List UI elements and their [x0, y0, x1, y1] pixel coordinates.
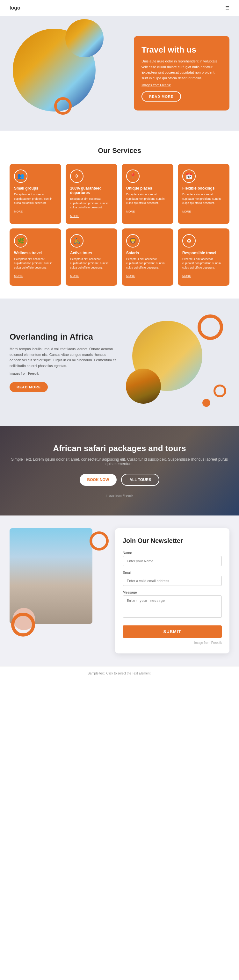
service-body-4: Excepteur sint occaecat cupidatat non pr…: [14, 257, 57, 270]
overlanding-body: Morbi tempus iaculis urna id volutpat la…: [10, 346, 116, 369]
newsletter-section: Join Our Newsletter Name Email Message S…: [0, 515, 239, 666]
email-input[interactable]: [123, 576, 222, 586]
service-link-1[interactable]: MORE: [70, 215, 79, 218]
safari-title: African safari packages and tours: [10, 444, 229, 453]
hero-circle-outline: [54, 97, 72, 115]
service-body-2: Excepteur sint occaecat cupidatat non pr…: [126, 192, 169, 205]
hero-img-credit: Images from Freepik: [142, 83, 222, 87]
overlanding-img-credit: Images from Freepik: [10, 371, 116, 376]
service-icon-7: ♻: [182, 234, 196, 248]
name-field-group: Name: [123, 551, 222, 566]
overlanding-title: Overlanding in Africa: [10, 332, 116, 342]
service-link-5[interactable]: MORE: [70, 274, 79, 277]
overlanding-text: Overlanding in Africa Morbi tempus iacul…: [10, 332, 116, 393]
safari-banner-section: African safari packages and tours Simple…: [0, 426, 239, 515]
service-body-5: Excepteur sint occaecat cupidatat non pr…: [70, 257, 113, 270]
service-icon-0: 👥: [14, 170, 27, 183]
service-title-1: 100% guaranteed departures: [70, 186, 113, 195]
service-link-0[interactable]: MORE: [14, 210, 22, 213]
service-card-0: 👥 Small groups Excepteur sint occaecat c…: [10, 164, 61, 224]
service-card-4: 🌿 Wellness travel Excepteur sint occaeca…: [10, 228, 61, 286]
service-card-5: 🚴 Active tours Excepteur sint occaecat c…: [65, 228, 117, 286]
submit-button[interactable]: SUBMIT: [123, 625, 222, 638]
email-label: Email: [123, 571, 222, 574]
message-field-group: Message: [123, 590, 222, 619]
services-section: Our Services 👥 Small groups Excepteur si…: [0, 130, 239, 299]
service-body-3: Excepteur sint occaecat cupidatat non pr…: [182, 192, 225, 205]
service-card-1: ✈ 100% guaranteed departures Excepteur s…: [65, 164, 117, 224]
footer-note: Sample text. Click to select the Text El…: [0, 666, 239, 680]
service-link-4[interactable]: MORE: [14, 274, 22, 277]
hero-circle-small: [65, 19, 104, 57]
service-body-6: Excepteur sint occaecat cupidatat non pr…: [126, 257, 169, 270]
newsletter-form: Join Our Newsletter Name Email Message S…: [115, 528, 229, 654]
overlanding-outline-circle-small: [214, 385, 226, 397]
newsletter-title: Join Our Newsletter: [123, 537, 222, 544]
service-title-2: Unique places: [126, 186, 169, 191]
name-label: Name: [123, 551, 222, 555]
service-title-0: Small groups: [14, 186, 57, 191]
message-label: Message: [123, 590, 222, 594]
overlanding-section: Overlanding in Africa Morbi tempus iacul…: [0, 299, 239, 426]
overlanding-dot: [202, 399, 210, 407]
book-now-button[interactable]: BOOK NOW: [80, 474, 117, 486]
service-link-3[interactable]: MORE: [182, 210, 191, 213]
newsletter-circle-outline: [89, 531, 109, 550]
service-card-2: 📍 Unique places Excepteur sint occaecat …: [122, 164, 174, 224]
service-icon-4: 🌿: [14, 234, 27, 248]
service-title-5: Active tours: [70, 251, 113, 255]
hero-title: Travel with us: [142, 45, 222, 55]
service-title-4: Wellness travel: [14, 251, 57, 255]
email-field-group: Email: [123, 571, 222, 586]
logo: logo: [10, 5, 21, 11]
safari-body: Simple Text. Lorem ipsum dolor sit amet,…: [10, 457, 229, 466]
hero-section: Travel with us Duis aute irure dolor in …: [0, 16, 239, 130]
service-card-7: ♻ Responsible travel Excepteur sint occa…: [178, 228, 229, 286]
newsletter-circle-outline-big: [11, 612, 35, 636]
service-link-2[interactable]: MORE: [126, 210, 135, 213]
navbar: logo ≡: [0, 0, 239, 16]
service-title-7: Responsible travel: [182, 251, 225, 255]
overlanding-small-circle: [126, 369, 161, 404]
overlanding-outline-circle-large: [198, 315, 223, 340]
service-body-0: Excepteur sint occaecat cupidatat non pr…: [14, 192, 57, 205]
hamburger-menu-icon[interactable]: ≡: [225, 4, 229, 12]
newsletter-left: [10, 528, 109, 636]
service-icon-6: 🦁: [126, 234, 140, 248]
hero-circles: [6, 19, 108, 124]
service-icon-5: 🚴: [70, 234, 83, 248]
service-body-1: Excepteur sint occaecat cupidatat non pr…: [70, 197, 113, 210]
safari-buttons: BOOK NOW ALL TOURS: [10, 474, 229, 486]
service-card-3: 📅 Flexible bookings Excepteur sint occae…: [178, 164, 229, 224]
hero-read-more-button[interactable]: READ MORE: [142, 91, 181, 102]
service-body-7: Excepteur sint occaecat cupidatat non pr…: [182, 257, 225, 270]
service-card-6: 🦁 Safaris Excepteur sint occaecat cupida…: [122, 228, 174, 286]
hero-body: Duis aute irure dolor in reprehenderit i…: [142, 59, 222, 81]
overlanding-read-more-button[interactable]: READ MORE: [10, 382, 48, 392]
service-icon-2: 📍: [126, 170, 140, 183]
overlanding-images: [123, 315, 229, 410]
hero-content-box: Travel with us Duis aute irure dolor in …: [134, 36, 229, 111]
newsletter-img-credit: image from Freepik: [123, 641, 222, 644]
service-title-6: Safaris: [126, 251, 169, 255]
safari-img-credit: image from Freepik: [106, 494, 133, 497]
service-icon-3: 📅: [182, 170, 196, 183]
service-link-7[interactable]: MORE: [182, 274, 191, 277]
service-title-3: Flexible bookings: [182, 186, 225, 191]
services-grid: 👥 Small groups Excepteur sint occaecat c…: [10, 164, 229, 286]
name-input[interactable]: [123, 556, 222, 566]
message-textarea[interactable]: [123, 595, 222, 618]
services-heading: Our Services: [10, 146, 229, 155]
service-link-6[interactable]: MORE: [126, 274, 135, 277]
service-icon-1: ✈: [70, 170, 83, 183]
all-tours-button[interactable]: ALL TOURS: [121, 474, 159, 486]
